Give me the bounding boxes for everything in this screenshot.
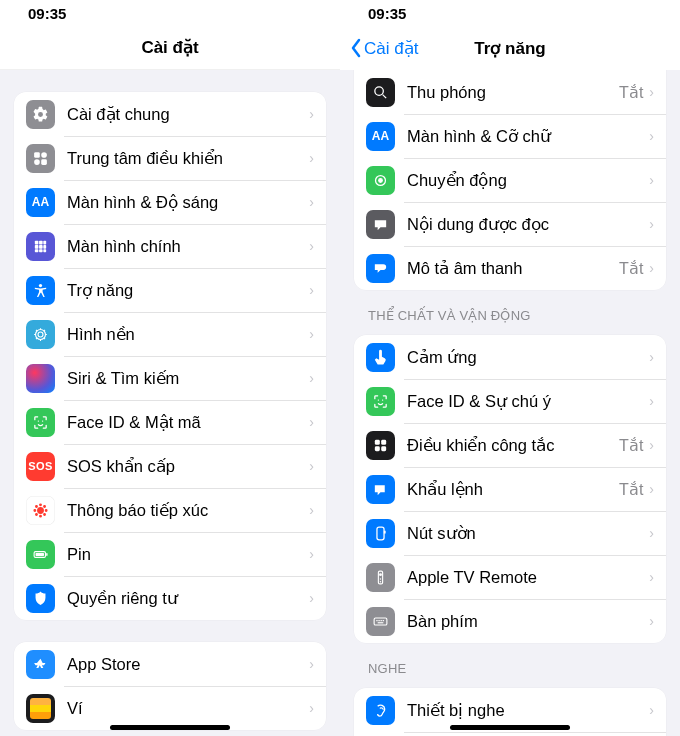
svg-rect-19 (43, 249, 46, 252)
chevron-right-icon: › (649, 569, 654, 585)
chevron-right-icon: › (309, 502, 314, 518)
home-indicator (450, 725, 570, 730)
chevron-right-icon: › (649, 525, 654, 541)
right-screen: 09:35 Cài đặt Trợ năng Thu phóng Tắt › (340, 0, 680, 736)
atv-remote-icon (366, 563, 395, 592)
svg-rect-37 (46, 553, 47, 556)
svg-point-56 (382, 488, 383, 489)
appstore-icon (26, 650, 55, 679)
row-audiodesc[interactable]: Mô tả âm thanh Tắt › (354, 246, 666, 290)
chevron-left-icon (350, 38, 362, 58)
row-value: Tắt (619, 259, 643, 278)
zoom-icon (366, 78, 395, 107)
row-wallpaper[interactable]: Hình nền › (14, 312, 326, 356)
side-button-icon (366, 519, 395, 548)
row-siri[interactable]: Siri & Tìm kiếm › (14, 356, 326, 400)
row-spoken[interactable]: Nội dung được đọc › (354, 202, 666, 246)
chevron-right-icon: › (309, 326, 314, 342)
row-control-center[interactable]: Trung tâm điều khiển › (14, 136, 326, 180)
exposure-icon (26, 496, 55, 525)
row-accessibility[interactable]: Trợ năng › (14, 268, 326, 312)
physical-header: THỂ CHẤT VÀ VẬN ĐỘNG (354, 290, 666, 329)
svg-rect-11 (35, 240, 39, 244)
chevron-right-icon: › (309, 282, 314, 298)
svg-point-47 (379, 178, 383, 182)
row-face-attention[interactable]: Face ID & Sự chú ý › (354, 379, 666, 423)
svg-rect-13 (43, 240, 46, 244)
svg-point-24 (42, 420, 43, 421)
svg-point-59 (379, 573, 382, 576)
row-display[interactable]: AA Màn hình & Độ sáng › (14, 180, 326, 224)
hearing-header: NGHE (354, 643, 666, 682)
svg-rect-62 (374, 617, 387, 624)
row-side-button[interactable]: Nút sườn › (354, 511, 666, 555)
vision-group: Thu phóng Tắt › AA Màn hình & Cỡ chữ › C… (354, 70, 666, 290)
svg-point-48 (378, 399, 379, 400)
row-zoom[interactable]: Thu phóng Tắt › (354, 70, 666, 114)
back-button[interactable]: Cài đặt (346, 26, 422, 70)
status-icons (310, 5, 318, 22)
chevron-right-icon: › (309, 656, 314, 672)
display-icon: AA (26, 188, 55, 217)
row-label: Siri & Tìm kiếm (67, 369, 309, 387)
row-exposure[interactable]: Thông báo tiếp xúc › (14, 488, 326, 532)
row-label: Màn hình & Độ sáng (67, 193, 309, 211)
chevron-right-icon: › (309, 458, 314, 474)
row-faceid[interactable]: Face ID & Mật mã › (14, 400, 326, 444)
face-attention-icon (366, 387, 395, 416)
row-battery[interactable]: Pin › (14, 532, 326, 576)
row-switch-control[interactable]: Điều khiển công tắc Tắt › (354, 423, 666, 467)
row-label: Nội dung được đọc (407, 215, 649, 233)
motion-icon (366, 166, 395, 195)
svg-point-30 (45, 509, 47, 511)
row-wallet[interactable]: Ví › (14, 686, 326, 730)
row-label: Thiết bị nghe (407, 701, 649, 719)
left-screen: 09:35 Cài đặt Cài đặt chung › Trung tâm … (0, 0, 340, 736)
chevron-right-icon: › (649, 393, 654, 409)
chevron-right-icon: › (649, 437, 654, 453)
svg-point-20 (39, 283, 42, 286)
chevron-right-icon: › (649, 702, 654, 718)
row-label: Điều khiển công tắc (407, 436, 619, 454)
chevron-right-icon: › (649, 128, 654, 144)
row-home-screen[interactable]: Màn hình chính › (14, 224, 326, 268)
svg-point-45 (375, 86, 384, 95)
text-size-icon: AA (366, 122, 395, 151)
chevron-right-icon: › (309, 414, 314, 430)
svg-rect-65 (381, 620, 382, 621)
row-voice-control[interactable]: Khẩu lệnh Tắt › (354, 467, 666, 511)
row-label: Hình nền (67, 325, 309, 343)
row-sound-recognition[interactable]: Nhận biết âm thanh Tắt › (354, 732, 666, 736)
accessibility-scroll[interactable]: Thu phóng Tắt › AA Màn hình & Cỡ chữ › C… (340, 70, 680, 736)
row-touch[interactable]: Cảm ứng › (354, 335, 666, 379)
row-text-size[interactable]: AA Màn hình & Cỡ chữ › (354, 114, 666, 158)
chevron-right-icon: › (309, 238, 314, 254)
row-privacy[interactable]: Quyền riêng tư › (14, 576, 326, 620)
row-keyboard[interactable]: Bàn phím › (354, 599, 666, 643)
svg-rect-14 (35, 245, 39, 249)
privacy-icon (26, 584, 55, 613)
svg-point-31 (36, 505, 38, 507)
sos-icon: SOS (26, 452, 55, 481)
row-general[interactable]: Cài đặt chung › (14, 92, 326, 136)
svg-rect-10 (41, 159, 47, 165)
row-label: Màn hình & Cỡ chữ (407, 127, 649, 145)
chevron-right-icon: › (309, 700, 314, 716)
svg-rect-66 (383, 620, 384, 621)
siri-icon (26, 364, 55, 393)
chevron-right-icon: › (309, 150, 314, 166)
svg-rect-18 (39, 249, 43, 252)
keyboard-icon (366, 607, 395, 636)
svg-rect-7 (34, 152, 40, 158)
row-label: Màn hình chính (67, 237, 309, 255)
svg-point-28 (40, 515, 42, 517)
row-appstore[interactable]: App Store › (14, 642, 326, 686)
row-atv-remote[interactable]: Apple TV Remote › (354, 555, 666, 599)
settings-scroll[interactable]: Cài đặt chung › Trung tâm điều khiển › A… (0, 70, 340, 736)
row-motion[interactable]: Chuyển động › (354, 158, 666, 202)
page-title: Trợ năng (474, 38, 545, 59)
row-label: Thông báo tiếp xúc (67, 501, 309, 519)
chevron-right-icon: › (309, 370, 314, 386)
row-label: Face ID & Mật mã (67, 413, 309, 431)
row-sos[interactable]: SOS SOS khẩn cấp › (14, 444, 326, 488)
